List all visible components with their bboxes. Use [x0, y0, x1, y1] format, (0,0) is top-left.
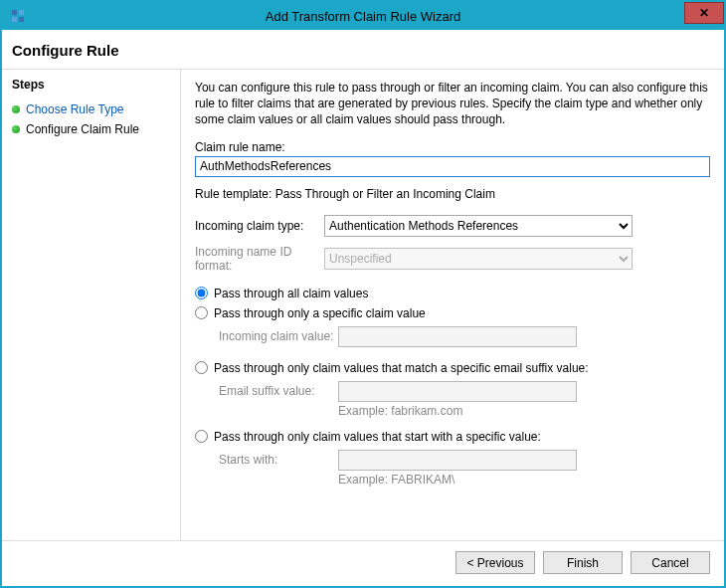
incoming-claim-value-row: Incoming claim value: [219, 326, 710, 347]
radio-starts-with-label: Pass through only claim values that star… [214, 430, 541, 444]
radio-email-suffix-input[interactable] [195, 361, 208, 374]
starts-with-row: Starts with: [219, 450, 710, 471]
step-label: Configure Claim Rule [26, 122, 139, 136]
email-suffix-row: Email suffix value: [219, 381, 710, 402]
radio-pass-specific[interactable]: Pass through only a specific claim value [195, 306, 710, 320]
close-icon: ✕ [699, 6, 709, 20]
radio-pass-all-input[interactable] [195, 287, 208, 299]
steps-sidebar: Steps Choose Rule Type Configure Claim R… [2, 70, 181, 540]
titlebar: Add Transform Claim Rule Wizard ✕ [2, 2, 724, 30]
incoming-claim-type-row: Incoming claim type: Authentication Meth… [195, 215, 710, 237]
radio-starts-with[interactable]: Pass through only claim values that star… [195, 430, 710, 444]
step-bullet-icon [12, 125, 20, 133]
intro-text: You can configure this rule to pass thro… [195, 80, 710, 128]
pass-through-radio-group: Pass through all claim values Pass throu… [195, 287, 710, 498]
body: Steps Choose Rule Type Configure Claim R… [2, 70, 724, 540]
starts-with-input [338, 450, 577, 471]
window-title: Add Transform Claim Rule Wizard [2, 9, 724, 24]
email-suffix-example: Example: fabrikam.com [338, 404, 710, 418]
step-bullet-icon [12, 105, 20, 113]
radio-pass-all-label: Pass through all claim values [214, 287, 368, 300]
radio-starts-with-input[interactable] [195, 430, 208, 443]
incoming-name-id-label: Incoming name ID format: [195, 245, 324, 273]
step-label: Choose Rule Type [26, 102, 124, 116]
radio-pass-specific-label: Pass through only a specific claim value [214, 306, 426, 320]
email-suffix-label: Email suffix value: [219, 384, 338, 398]
step-configure-claim-rule: Configure Claim Rule [12, 119, 170, 139]
main-panel: You can configure this rule to pass thro… [181, 70, 724, 540]
radio-pass-all[interactable]: Pass through all claim values [195, 287, 710, 300]
starts-with-label: Starts with: [219, 453, 338, 467]
incoming-claim-type-select[interactable]: Authentication Methods References [324, 215, 633, 237]
finish-button[interactable]: Finish [543, 551, 623, 574]
cancel-button[interactable]: Cancel [631, 551, 710, 574]
close-button[interactable]: ✕ [684, 2, 724, 24]
radio-pass-specific-input[interactable] [195, 306, 208, 319]
steps-heading: Steps [12, 78, 170, 92]
claim-rule-name-label: Claim rule name: [195, 140, 710, 154]
claim-rule-name-input[interactable] [195, 156, 710, 177]
previous-button[interactable]: < Previous [455, 551, 535, 574]
radio-email-suffix-label: Pass through only claim values that matc… [214, 361, 589, 375]
rule-template-text: Rule template: Pass Through or Filter an… [195, 187, 710, 201]
email-suffix-input [338, 381, 577, 402]
incoming-name-id-select: Unspecified [324, 248, 633, 270]
radio-email-suffix[interactable]: Pass through only claim values that matc… [195, 361, 710, 375]
page-title: Configure Rule [2, 30, 724, 70]
footer-buttons: < Previous Finish Cancel [2, 540, 724, 586]
incoming-claim-value-label: Incoming claim value: [219, 329, 338, 343]
wizard-window: Add Transform Claim Rule Wizard ✕ Config… [0, 0, 726, 588]
step-choose-rule-type[interactable]: Choose Rule Type [12, 99, 170, 119]
incoming-name-id-row: Incoming name ID format: Unspecified [195, 245, 710, 273]
starts-with-example: Example: FABRIKAM\ [338, 473, 710, 487]
incoming-claim-type-label: Incoming claim type: [195, 219, 324, 233]
incoming-claim-value-input [338, 326, 577, 347]
